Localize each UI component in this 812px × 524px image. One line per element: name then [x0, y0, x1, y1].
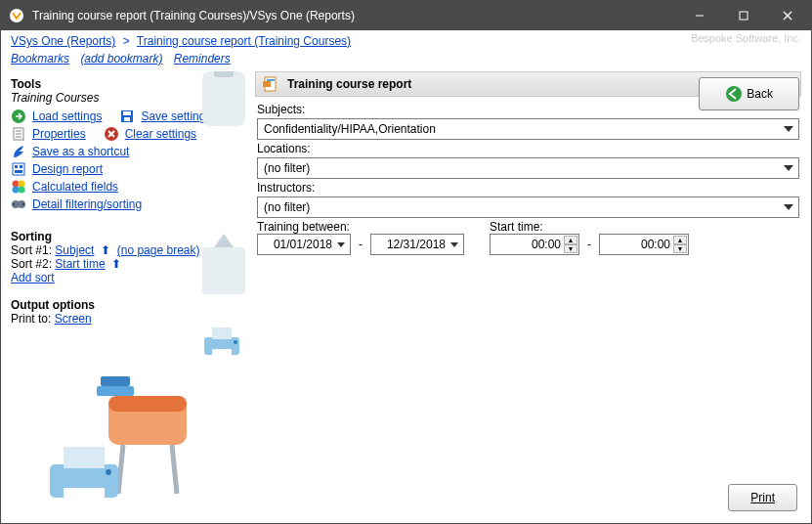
- close-button[interactable]: [765, 1, 809, 30]
- svg-rect-31: [212, 349, 232, 359]
- subjects-value: Confidentiality/HIPAA,Orientation: [264, 122, 436, 136]
- date-from-input[interactable]: 01/01/2018: [257, 234, 351, 255]
- footer: Print: [728, 484, 797, 511]
- print-button-label: Print: [750, 491, 775, 504]
- svg-rect-40: [64, 447, 105, 468]
- svg-rect-44: [263, 81, 271, 87]
- svg-line-35: [118, 445, 123, 494]
- add-sort-link[interactable]: Add sort: [11, 271, 55, 284]
- svg-rect-41: [64, 488, 105, 505]
- svg-rect-38: [97, 386, 134, 396]
- date-from-value: 01/01/2018: [274, 238, 332, 251]
- sort1-pagebreak-link[interactable]: (no page break): [117, 243, 200, 257]
- output-line: Print to: Screen: [11, 312, 245, 326]
- print-button[interactable]: Print: [728, 484, 797, 511]
- properties-link[interactable]: Properties: [32, 127, 86, 141]
- app-icon: [9, 8, 24, 23]
- time-from-input[interactable]: 00:00 ▲▼: [490, 234, 579, 255]
- left-column: Tools Training Courses Load settings Sav…: [11, 71, 245, 513]
- svg-point-22: [19, 181, 25, 188]
- report-icon: [262, 75, 279, 93]
- date-to-input[interactable]: 12/31/2018: [370, 234, 464, 255]
- properties-icon: [11, 126, 26, 142]
- breadcrumb-root[interactable]: VSys One (Reports): [11, 34, 115, 48]
- sorting-heading: Sorting: [11, 230, 245, 243]
- sort1-direction-icon[interactable]: ⬆: [98, 243, 114, 257]
- time-dash: -: [585, 238, 593, 255]
- sort1-field-link[interactable]: Subject: [55, 243, 94, 257]
- svg-point-21: [13, 181, 20, 188]
- spinner-icon[interactable]: ▲▼: [564, 236, 577, 253]
- maximize-button[interactable]: [721, 1, 765, 30]
- titlebar: Training course report (Training Courses…: [1, 1, 811, 30]
- chevron-down-icon: [334, 237, 348, 252]
- instructors-combo[interactable]: (no filter): [257, 196, 799, 218]
- breadcrumb-sep: >: [119, 34, 134, 48]
- svg-point-5: [726, 86, 742, 102]
- svg-rect-20: [15, 170, 22, 173]
- detail-filter-link[interactable]: Detail filtering/sorting: [32, 197, 142, 211]
- sort1-prefix: Sort #1:: [11, 243, 55, 257]
- instructors-label: Instructors:: [257, 181, 799, 195]
- sort2-direction-icon[interactable]: ⬆: [108, 257, 121, 271]
- back-arrow-icon: [725, 85, 743, 103]
- svg-line-36: [172, 445, 177, 494]
- output-prefix: Print to:: [11, 312, 55, 326]
- svg-rect-8: [123, 111, 131, 115]
- load-settings-link[interactable]: Load settings: [32, 109, 102, 123]
- time-to-input[interactable]: 00:00 ▲▼: [599, 234, 689, 255]
- breadcrumb: VSys One (Reports) > Training course rep…: [1, 30, 811, 50]
- chair-printer-decor-icon: [40, 367, 226, 513]
- save-settings-link[interactable]: Save settings: [141, 109, 211, 123]
- svg-point-32: [234, 340, 237, 344]
- add-bookmark-link[interactable]: (add bookmark): [80, 52, 162, 66]
- window-body: VSys One (Reports) > Training course rep…: [1, 30, 811, 523]
- main-area: Tools Training Courses Load settings Sav…: [1, 71, 811, 523]
- svg-rect-17: [13, 163, 24, 175]
- time-to-value: 00:00: [641, 238, 670, 251]
- chevron-down-icon: [781, 160, 796, 176]
- calculated-fields-link[interactable]: Calculated fields: [32, 180, 118, 194]
- subjects-combo[interactable]: Confidentiality/HIPAA,Orientation: [257, 118, 799, 140]
- spinner-icon[interactable]: ▲▼: [673, 236, 687, 253]
- svg-rect-34: [108, 396, 187, 412]
- save-settings-icon: [119, 109, 135, 124]
- output-heading: Output options: [11, 298, 245, 312]
- reminders-link[interactable]: Reminders: [174, 52, 231, 66]
- design-report-link[interactable]: Design report: [32, 162, 103, 176]
- svg-point-23: [13, 187, 20, 194]
- svg-rect-19: [20, 165, 22, 168]
- clipboard-decor-icon: [202, 71, 245, 126]
- locations-combo[interactable]: (no filter): [257, 157, 799, 179]
- right-column: Training course report Subjects: Confide…: [255, 71, 801, 513]
- svg-rect-37: [101, 376, 130, 386]
- minimize-button[interactable]: [677, 1, 721, 30]
- panel-title: Training course report: [287, 77, 411, 91]
- breadcrumb-current[interactable]: Training course report (Training Courses…: [137, 34, 351, 48]
- chevron-down-icon: [781, 121, 796, 137]
- output-target-link[interactable]: Screen: [55, 312, 92, 326]
- list-decor-icon: [202, 247, 245, 294]
- locations-label: Locations:: [257, 142, 799, 155]
- svg-point-24: [19, 187, 25, 194]
- detail-filter-icon: [11, 196, 26, 212]
- bookmarks-link[interactable]: Bookmarks: [11, 52, 69, 66]
- shortcut-icon: [11, 144, 26, 159]
- svg-rect-45: [267, 79, 275, 81]
- svg-point-28: [22, 203, 24, 205]
- design-report-icon: [11, 161, 26, 177]
- svg-rect-18: [15, 165, 18, 168]
- save-shortcut-link[interactable]: Save as a shortcut: [32, 145, 129, 158]
- date-to-value: 12/31/2018: [387, 238, 446, 251]
- printer-decor-icon: [198, 326, 245, 361]
- back-button[interactable]: Back: [699, 77, 799, 110]
- app-window: Training course report (Training Courses…: [0, 0, 812, 524]
- time-from-value: 00:00: [532, 238, 561, 251]
- sort2-field-link[interactable]: Start time: [55, 257, 105, 271]
- date-dash: -: [357, 238, 364, 255]
- svg-rect-9: [124, 117, 130, 121]
- clear-settings-link[interactable]: Clear settings: [125, 127, 196, 141]
- start-time-label: Start time:: [490, 220, 579, 234]
- date-row: Training between: 01/01/2018 - 12/31/201…: [257, 220, 799, 255]
- svg-rect-30: [212, 328, 232, 339]
